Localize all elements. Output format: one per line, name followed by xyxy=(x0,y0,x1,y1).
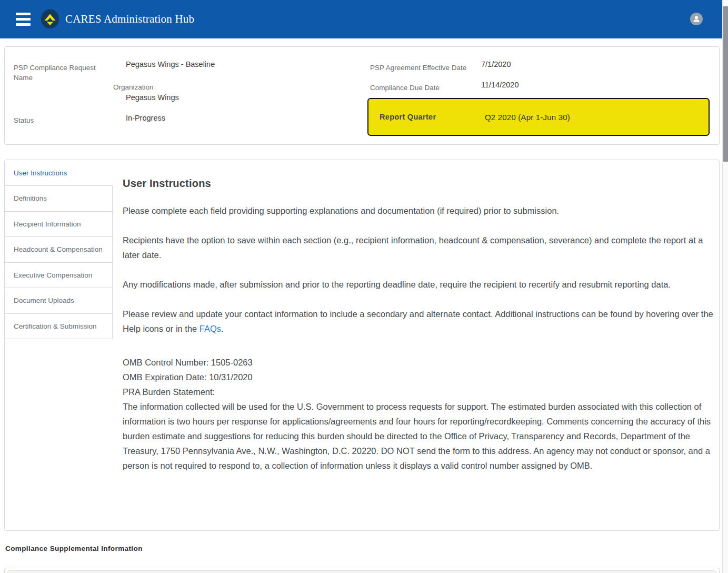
organization-label: Organization xyxy=(113,82,154,92)
due-date-label: Compliance Due Date xyxy=(370,83,440,93)
pra-burden-statement: The information collected will be used f… xyxy=(123,402,711,470)
vertical-scrollbar-thumb[interactable] xyxy=(723,6,728,162)
section-tab-list: User Instructions Definitions Recipient … xyxy=(5,160,113,339)
vertical-scrollbar-track[interactable] xyxy=(722,0,728,573)
user-avatar-icon[interactable] xyxy=(690,13,703,25)
organization-value: Pegasus Wings xyxy=(126,93,179,102)
due-date-value: 11/14/2020 xyxy=(481,81,519,89)
cares-logo-icon xyxy=(40,9,60,29)
tab-definitions[interactable]: Definitions xyxy=(5,186,113,212)
contact-sentence-period: . xyxy=(221,324,224,333)
omb-expiration-date: OMB Expiration Date: 10/31/2020 xyxy=(123,372,253,382)
tab-headcount-compensation[interactable]: Headcount & Compensation xyxy=(5,237,113,263)
content-heading: User Instructions xyxy=(123,177,714,190)
faqs-link[interactable]: FAQs xyxy=(200,324,221,333)
tab-recipient-information[interactable]: Recipient Information xyxy=(5,212,113,238)
app-title: CARES Administration Hub xyxy=(65,0,194,38)
hamburger-menu-icon[interactable] xyxy=(16,13,31,26)
contact-instruction-paragraph: Please review and update your contact in… xyxy=(123,307,714,336)
app-header: CARES Administration Hub xyxy=(0,0,728,38)
compliance-supplemental-info-panel xyxy=(4,568,720,573)
instruction-paragraph: Recipients have the option to save withi… xyxy=(123,233,714,262)
report-quarter-label: Report Quarter xyxy=(380,99,436,135)
omb-control-number: OMB Control Number: 1505-0263 xyxy=(123,358,253,367)
status-value: In-Progress xyxy=(126,114,165,122)
psp-request-name-value: Pegasus Wings - Baseline xyxy=(126,60,215,68)
tab-executive-compensation[interactable]: Executive Compensation xyxy=(5,263,113,289)
compliance-supplemental-info-label: Compliance Supplemental Information xyxy=(5,545,143,552)
psp-request-name-label: PSP Compliance Request Name xyxy=(14,63,101,83)
instruction-paragraph: Any modifications made, after submission… xyxy=(123,277,714,292)
pra-burden-heading: PRA Burden Statement: xyxy=(123,387,215,397)
effective-date-label: PSP Agreement Effective Date xyxy=(370,63,466,73)
tab-certification-submission[interactable]: Certification & Submission xyxy=(5,314,113,340)
tab-document-uploads[interactable]: Document Uploads xyxy=(5,288,113,314)
report-quarter-highlight-box: Report Quarter Q2 2020 (Apr 1-Jun 30) xyxy=(367,98,710,136)
status-label: Status xyxy=(14,115,34,125)
compliance-summary-panel: PSP Compliance Request Name Pegasus Wing… xyxy=(4,46,720,145)
tab-user-instructions[interactable]: User Instructions xyxy=(5,160,113,186)
user-instructions-content: User Instructions Please complete each f… xyxy=(123,160,714,473)
report-quarter-value: Q2 2020 (Apr 1-Jun 30) xyxy=(485,99,570,135)
instruction-paragraph: Please complete each field providing sup… xyxy=(123,203,714,218)
effective-date-value: 7/1/2020 xyxy=(481,60,511,68)
report-sections-panel: User Instructions Definitions Recipient … xyxy=(4,160,720,531)
supplemental-section-header-bar[interactable] xyxy=(7,570,716,573)
omb-pra-block: OMB Control Number: 1505-0263OMB Expirat… xyxy=(123,355,714,473)
